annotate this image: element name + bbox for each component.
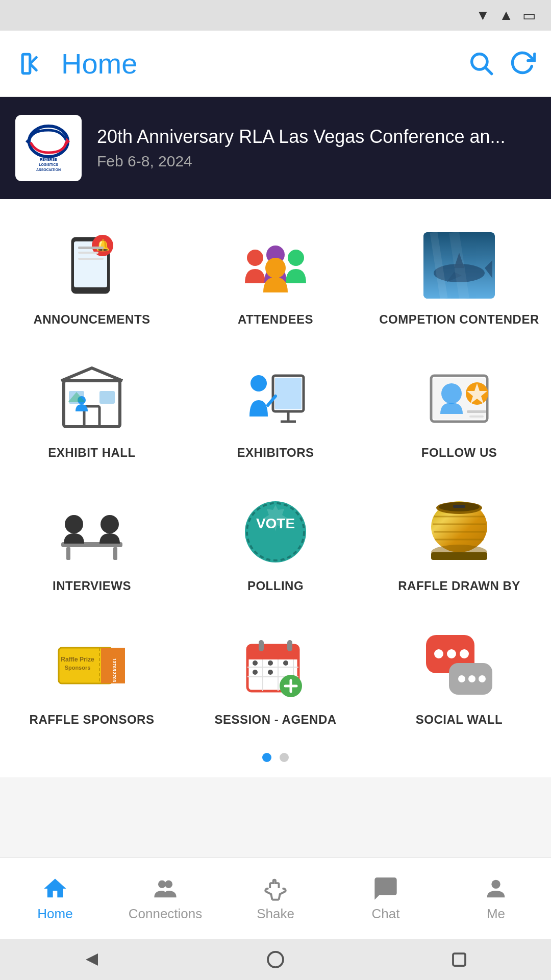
page-dot-2[interactable] [280, 753, 289, 762]
top-bar-actions [467, 50, 536, 78]
svg-point-18 [247, 250, 263, 266]
signal-icon: ▲ [499, 7, 513, 23]
nav-label-shake: Shake [257, 906, 294, 922]
grid-item-raffle-sponsors[interactable]: Raffle Prize Sponsors 13703 13703 RAFFLE… [0, 609, 184, 743]
social-wall-icon-wrap [418, 630, 500, 701]
attendees-icon-wrap [235, 230, 316, 301]
session-agenda-icon-wrap [235, 630, 316, 701]
raffle-drawn-label: RAFFLE DRAWN BY [398, 578, 520, 594]
page-dots [0, 743, 551, 767]
home-system-button[interactable] [260, 944, 291, 975]
svg-point-103 [158, 880, 166, 888]
svg-rect-32 [99, 391, 115, 404]
event-title: 20th Anniversary RLA Las Vegas Conferenc… [97, 126, 536, 148]
grid-item-polling[interactable]: VOTE POLLING [184, 476, 367, 609]
raffle-sponsors-icon-wrap: Raffle Prize Sponsors 13703 13703 [51, 630, 133, 701]
polling-icon-wrap: VOTE [235, 496, 316, 568]
svg-point-86 [268, 660, 273, 666]
recents-system-button[interactable] [444, 944, 474, 975]
grid-item-attendees[interactable]: ATTENDEES [184, 209, 367, 342]
svg-rect-16 [78, 252, 98, 254]
status-bar: ▼ ▲ ▭ [0, 0, 551, 31]
svg-rect-46 [467, 410, 486, 413]
nav-item-me[interactable]: Me [441, 870, 551, 927]
nav-item-chat[interactable]: Chat [331, 870, 441, 927]
svg-rect-15 [78, 247, 104, 249]
grid-container: 🔔 ANNOUNCEMENTS [0, 199, 551, 777]
event-date: Feb 6-8, 2024 [97, 153, 536, 170]
interviews-label: INTERVIEWS [53, 578, 131, 594]
top-navigation-bar: Home [0, 31, 551, 97]
svg-rect-36 [275, 378, 302, 409]
grid-item-session-agenda[interactable]: SESSION - AGENDA [184, 609, 367, 743]
back-button[interactable] [15, 46, 51, 82]
svg-text:ASSOCIATION: ASSOCIATION [36, 168, 61, 172]
shark-image [423, 232, 495, 299]
grid-item-raffle-drawn[interactable]: RAFFLE DRAWN BY [367, 476, 551, 609]
competition-icon-wrap [418, 230, 500, 301]
nav-label-connections: Connections [129, 906, 203, 922]
svg-text:REVERSE: REVERSE [40, 158, 57, 161]
follow-us-icon-wrap [418, 363, 500, 434]
nav-label-home: Home [37, 906, 72, 922]
event-info: 20th Anniversary RLA Las Vegas Conferenc… [97, 126, 536, 170]
svg-marker-106 [86, 953, 98, 966]
exhibitors-icon-wrap [235, 363, 316, 434]
exhibit-hall-label: EXHIBIT HALL [48, 445, 135, 460]
exhibit-hall-icon-wrap [51, 363, 133, 434]
grid-page-1: 🔔 ANNOUNCEMENTS [0, 209, 551, 743]
grid-item-announcements[interactable]: 🔔 ANNOUNCEMENTS [0, 209, 184, 342]
svg-text:LOGISTICS: LOGISTICS [39, 163, 58, 166]
svg-point-94 [434, 649, 443, 658]
attendees-label: ATTENDEES [238, 311, 313, 327]
svg-rect-79 [287, 640, 292, 651]
svg-point-99 [458, 675, 465, 682]
svg-point-105 [491, 880, 500, 889]
nav-item-connections[interactable]: Connections [110, 870, 220, 927]
nav-item-shake[interactable]: Shake [220, 870, 331, 927]
raffle-drawn-icon-wrap [418, 496, 500, 568]
grid-item-competition-contender[interactable]: COMPETION CONTENDER [367, 209, 551, 342]
svg-point-21 [265, 258, 286, 278]
interviews-icon-wrap [51, 496, 133, 568]
svg-point-107 [268, 952, 283, 967]
svg-point-100 [468, 675, 475, 682]
announcements-icon-wrap: 🔔 [51, 230, 133, 301]
svg-point-88 [253, 670, 258, 675]
svg-line-2 [486, 67, 492, 74]
svg-point-96 [460, 649, 469, 658]
svg-text:🔔: 🔔 [96, 238, 110, 252]
svg-rect-47 [469, 415, 484, 418]
svg-rect-0 [22, 54, 30, 74]
session-agenda-label: SESSION - AGENDA [214, 712, 336, 727]
svg-text:Raffle Prize: Raffle Prize [61, 656, 94, 663]
svg-point-104 [165, 880, 172, 888]
grid-item-exhibitors[interactable]: EXHIBITORS [184, 342, 367, 476]
refresh-button[interactable] [509, 50, 536, 78]
svg-point-87 [283, 660, 288, 666]
announcements-label: ANNOUNCEMENTS [33, 311, 150, 327]
page-dot-1[interactable] [262, 753, 271, 762]
svg-point-101 [479, 675, 486, 682]
grid-item-social-wall[interactable]: SOCIAL WALL [367, 609, 551, 743]
system-bar [0, 939, 551, 980]
exhibitors-label: EXHIBITORS [237, 445, 314, 460]
svg-rect-50 [113, 547, 117, 560]
back-system-button[interactable] [77, 944, 107, 975]
svg-rect-77 [247, 653, 298, 659]
svg-point-85 [253, 660, 258, 666]
nav-item-home[interactable]: Home [0, 870, 110, 927]
svg-point-43 [441, 383, 462, 404]
event-logo: REVERSE LOGISTICS ASSOCIATION [15, 115, 82, 181]
svg-rect-78 [259, 640, 264, 651]
svg-rect-49 [66, 547, 70, 560]
grid-item-follow-us[interactable]: FOLLOW US [367, 342, 551, 476]
grid-item-interviews[interactable]: INTERVIEWS [0, 476, 184, 609]
wifi-icon: ▼ [476, 7, 490, 23]
nav-label-me: Me [487, 906, 505, 922]
search-button[interactable] [467, 50, 494, 78]
nav-label-chat: Chat [372, 906, 400, 922]
event-banner[interactable]: REVERSE LOGISTICS ASSOCIATION 20th Anniv… [0, 97, 551, 199]
svg-rect-17 [78, 258, 104, 260]
grid-item-exhibit-hall[interactable]: EXHIBIT HALL [0, 342, 184, 476]
